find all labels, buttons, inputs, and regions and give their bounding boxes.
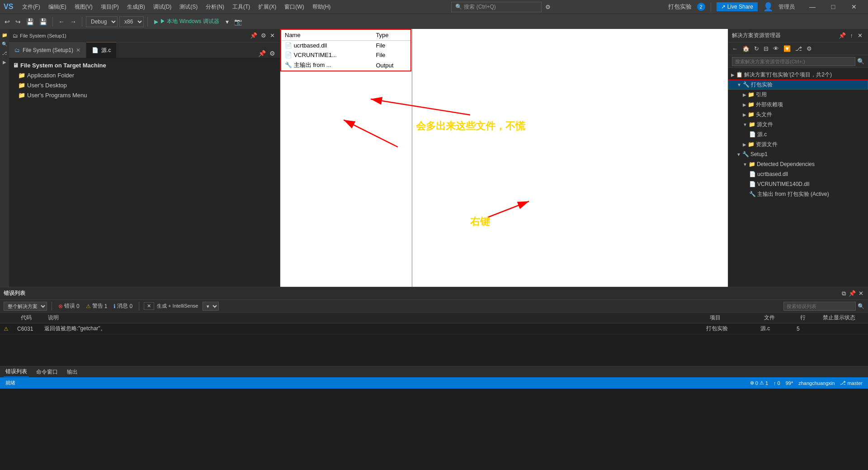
tab-action-settings[interactable]: ⚙ (269, 49, 276, 58)
menu-file[interactable]: 文件(F) (19, 2, 43, 12)
tree-desktop[interactable]: 📁 User's Desktop (9, 80, 280, 90)
run-dropdown[interactable]: ▾ (224, 17, 231, 26)
activity-search[interactable]: 🔍 (0, 40, 9, 48)
toolbar-redo[interactable]: ↪ (14, 17, 23, 26)
file-name-3: 🔧 主输出 from ... (281, 60, 372, 71)
toolbar-save-all[interactable]: 💾 (38, 17, 49, 26)
manage-button[interactable]: 管理员 (778, 3, 795, 11)
activity-explorer[interactable]: 📁 (0, 31, 9, 39)
tab-filesystem-close[interactable]: ✕ (76, 47, 80, 53)
se-refresh[interactable]: ↻ (752, 44, 761, 53)
se-detected-deps[interactable]: ▼ 📁 Detected Dependencies (728, 159, 868, 169)
se-source-c[interactable]: 📄 源.c (728, 129, 868, 139)
minimize-button[interactable]: — (802, 0, 823, 14)
restore-button[interactable]: □ (823, 0, 844, 14)
se-main-output[interactable]: 🔧 主输出 from 打包实验 (Active) (728, 189, 868, 199)
build-filter-select[interactable]: ▾ (203, 302, 219, 311)
menu-help[interactable]: 帮助(H) (309, 2, 335, 12)
panel-close-bottom[interactable]: ✕ (858, 289, 864, 298)
bottom-tab-errors[interactable]: 错误列表 (4, 367, 29, 377)
file-system-panel: 🗂 File System (Setup1) 📌 ⚙ ✕ 🗂 File Syst… (9, 29, 280, 287)
search-errors-input[interactable] (783, 302, 856, 311)
se-refs[interactable]: ▶ 📁 引用 (728, 90, 868, 100)
bottom-tab-command[interactable]: 命令窗口 (34, 367, 60, 377)
se-git[interactable]: ⎇ (793, 44, 804, 53)
se-collapse[interactable]: ⊟ (762, 44, 770, 53)
toolbar-undo[interactable]: ↩ (3, 17, 12, 26)
panel-dock-btn[interactable]: 📌 (848, 289, 857, 298)
error-row-line: 5 (797, 326, 819, 332)
status-user[interactable]: zhangchuangxin (797, 380, 836, 386)
se-sources[interactable]: ▼ 📁 源文件 (728, 119, 868, 129)
se-solution-root[interactable]: ▶ 📋 解决方案'打包实验'(2个项目，共2个) (728, 70, 868, 80)
tab-filesystem[interactable]: 🗂 File System (Setup1) ✕ (9, 42, 86, 58)
table-row[interactable]: 🔧 主输出 from ... Output (281, 60, 410, 71)
se-resources[interactable]: ▶ 📁 资源文件 (728, 139, 868, 149)
status-zoom[interactable]: 99* (784, 380, 795, 386)
status-arrow-up[interactable]: ↑ 0 (772, 380, 782, 386)
toolbar-back[interactable]: ← (57, 17, 66, 26)
tab-action-pin[interactable]: 📌 (257, 49, 267, 58)
se-home[interactable]: 🏠 (741, 44, 751, 53)
menu-view[interactable]: 视图(V) (71, 2, 96, 12)
run-button[interactable]: ▶ ▶ 本地 Windows 调试器 (151, 17, 222, 26)
global-search-box[interactable]: 🔍 搜索 (Ctrl+Q) (451, 2, 542, 12)
se-project-dabao[interactable]: ▼ 🔧 打包实验 (728, 80, 868, 90)
se-show-all[interactable]: 👁 (771, 44, 781, 53)
menu-tools[interactable]: 工具(T) (229, 2, 254, 12)
close-button[interactable]: ✕ (844, 0, 864, 14)
toolbar-forward[interactable]: → (68, 17, 78, 26)
se-filter[interactable]: 🔽 (782, 44, 793, 53)
se-close-btn[interactable]: ✕ (856, 31, 864, 40)
tab-source[interactable]: 📄 源.c (86, 42, 117, 58)
se-pin-btn[interactable]: 📌 (837, 31, 848, 40)
se-headers[interactable]: ▶ 📁 头文件 (728, 109, 868, 119)
account-icon[interactable]: 👤 (763, 2, 773, 12)
se-search-input[interactable] (732, 57, 855, 66)
tree-programs[interactable]: 📁 User's Programs Menu (9, 90, 280, 100)
activity-run[interactable]: ▶ (0, 58, 9, 66)
menu-debug[interactable]: 调试(D) (150, 2, 175, 12)
info-count-badge[interactable]: ℹ 消息 0 (112, 301, 134, 311)
project-icon-setup1: 🔧 (742, 151, 749, 157)
live-share-button[interactable]: ↗ Live Share (717, 2, 758, 11)
panel-float-btn[interactable]: ⧉ (841, 289, 847, 298)
build-config-select[interactable]: Debug (86, 16, 118, 27)
menu-analyze[interactable]: 分析(N) (202, 2, 228, 12)
notification-badge[interactable]: 2 (697, 3, 705, 11)
activity-git[interactable]: ⎇ (0, 49, 9, 57)
tree-app-folder[interactable]: 📁 Application Folder (9, 70, 280, 80)
panel-header-actions: 📌 ⚙ ✕ (249, 32, 276, 39)
menu-test[interactable]: 测试(S) (176, 2, 201, 12)
table-row[interactable]: 📄 VCRUNTIME1... File (281, 50, 410, 60)
platform-select[interactable]: x86 (119, 16, 144, 27)
error-count-badge[interactable]: ⊗ 错误 0 (57, 301, 81, 311)
table-row[interactable]: 📄 ucrtbased.dll File (281, 41, 410, 51)
menu-edit[interactable]: 编辑(E) (45, 2, 70, 12)
se-back[interactable]: ← (730, 44, 740, 53)
se-gear[interactable]: ⚙ (805, 44, 814, 53)
camera-btn[interactable]: 📷 (232, 17, 244, 26)
menu-window[interactable]: 窗口(W) (281, 2, 307, 12)
menu-build[interactable]: 生成(B) (123, 2, 149, 12)
se-vcruntime[interactable]: 📄 VCRUNTIME140D.dll (728, 179, 868, 189)
bottom-tab-output[interactable]: 输出 (65, 367, 80, 377)
toolbar-save[interactable]: 💾 (24, 17, 36, 26)
status-ready[interactable]: 就绪 (4, 380, 17, 386)
panel-pin-btn[interactable]: 📌 (249, 32, 259, 39)
se-external-deps[interactable]: ▶ 📁 外部依赖项 (728, 100, 868, 109)
menu-extensions[interactable]: 扩展(X) (255, 2, 280, 12)
se-project-setup1[interactable]: ▼ 🔧 Setup1 (728, 149, 868, 159)
panel-settings-btn[interactable]: ⚙ (259, 32, 268, 39)
status-branch[interactable]: ⎇ master (838, 380, 864, 386)
menu-project[interactable]: 项目(P) (97, 2, 123, 12)
error-row-1[interactable]: ⚠ C6031 返回值被忽略:"getchar"。 打包实验 源.c 5 (0, 323, 868, 334)
se-ucrtbased[interactable]: 📄 ucrtbased.dll (728, 169, 868, 179)
se-arrow-up[interactable]: ↑ (849, 31, 855, 40)
status-errors-indicator[interactable]: ⊗ 0 ⚠ 1 (748, 380, 770, 386)
scope-select[interactable]: 整个解决方案 (4, 302, 47, 311)
filter-btn[interactable]: ✕ (144, 302, 154, 310)
tree-root[interactable]: 🖥 File System on Target Machine (9, 60, 280, 70)
panel-close-btn[interactable]: ✕ (269, 32, 276, 39)
warning-count-badge[interactable]: ⚠ 警告 1 (84, 301, 109, 311)
